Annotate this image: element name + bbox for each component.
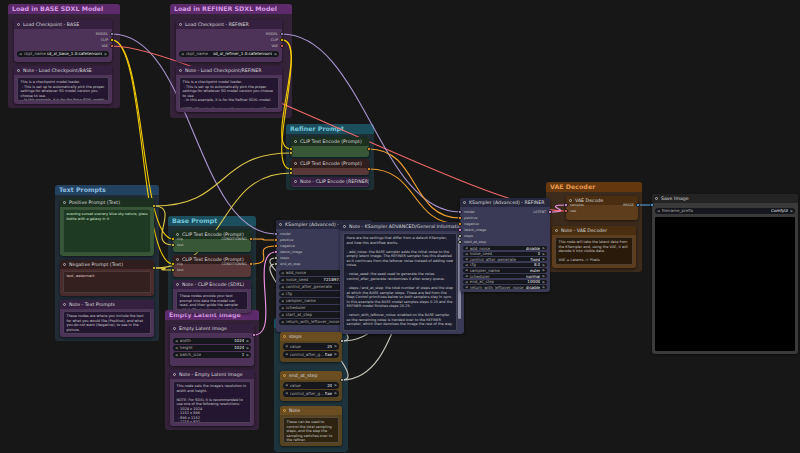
vae-decode-input-vae-port[interactable]	[564, 209, 568, 213]
note-load-checkpoint-refiner-header[interactable]: Note - Load Checkpoint/REFINER	[176, 66, 282, 75]
decrement-icon[interactable]: ◀	[465, 280, 468, 284]
load-checkpoint-base-output-MODEL-port[interactable]	[110, 32, 114, 36]
increment-icon[interactable]: ▶	[542, 246, 545, 250]
negative-prompt-textarea[interactable]: text, watermark	[63, 271, 151, 293]
clip-encode-refiner-negative-output-CONDITIONING-port[interactable]	[367, 167, 371, 171]
note-step-control-note-text[interactable]: These can be used to control the total s…	[283, 417, 339, 443]
ksampler-refiner-input-negative-port[interactable]	[458, 222, 462, 226]
group-title-vae-decoder[interactable]: VAE Decoder	[546, 182, 642, 192]
ksampler-base-input-end_at_step-port[interactable]	[274, 262, 278, 266]
ksampler-refiner-widget-value[interactable]: euler	[530, 268, 540, 272]
decrement-icon[interactable]: ◀	[465, 274, 468, 278]
steps-primitive-collapse-icon[interactable]	[283, 335, 286, 338]
note-load-checkpoint-base-note-text[interactable]: This is a checkpoint model loader. - Thi…	[17, 77, 109, 101]
decrement-icon[interactable]: ◀	[281, 313, 284, 317]
load-checkpoint-base-widget-value[interactable]: sd_xl_base_1.0.safetensors	[47, 51, 103, 56]
node-empty-latent-image[interactable]: Empty Latent Image◀width1024▶◀height1024…	[170, 324, 254, 366]
ksampler-refiner-input-positive-port[interactable]	[458, 216, 462, 220]
save-image-header[interactable]: Save Image	[652, 194, 798, 203]
ksampler-refiner-output-LATENT-port[interactable]	[548, 210, 552, 214]
load-checkpoint-refiner-widget-ckpt_name[interactable]: ◀ckpt_namesd_xl_refiner_1.0.safetensors▶	[179, 51, 279, 57]
node-note-load-checkpoint-base[interactable]: Note - Load Checkpoint/BASEThis is a che…	[14, 66, 112, 104]
ksampler-refiner-widget-value[interactable]: 8.0	[534, 263, 541, 267]
increment-icon[interactable]: ▶	[542, 280, 545, 284]
ksampler-refiner-widget-value[interactable]: 0	[538, 252, 541, 256]
decrement-icon[interactable]: ◀	[281, 299, 284, 303]
note-step-control-collapse-icon[interactable]	[283, 409, 286, 412]
negative-prompt-collapse-icon[interactable]	[63, 263, 66, 266]
clip-encode-refiner-negative-collapse-icon[interactable]	[294, 162, 297, 165]
increment-icon[interactable]: ▶	[274, 52, 277, 56]
graph-canvas[interactable]: Load in BASE SDXL ModelLoad in REFINER S…	[0, 0, 800, 453]
increment-icon[interactable]: ▶	[542, 285, 545, 289]
clip-encode-refiner-positive-input-text-port[interactable]	[289, 151, 293, 155]
ksampler-base-input-latent_image-port[interactable]	[274, 250, 278, 254]
positive-prompt-header[interactable]: Positive Prompt (Text)	[60, 198, 154, 207]
decrement-icon[interactable]: ◀	[657, 209, 660, 213]
empty-latent-image-widget-width[interactable]: ◀width1024▶	[173, 338, 251, 344]
node-steps-primitive[interactable]: steps◀value25▶◀control_after_generatefix…	[280, 332, 342, 362]
clip-encode-refiner-negative-input-text-port[interactable]	[289, 171, 293, 175]
note-empty-latent-image-collapse-icon[interactable]	[173, 373, 176, 376]
group-title-load-base[interactable]: Load in BASE SDXL Model	[8, 4, 120, 14]
decrement-icon[interactable]: ◀	[281, 292, 284, 296]
end-at-step-primitive-widget-control_after_generate[interactable]: ◀control_after_generatefixed▶	[283, 390, 339, 397]
ksampler-refiner-header[interactable]: KSampler (Advanced) - REFINER	[460, 198, 550, 207]
positive-prompt-textarea[interactable]: evening sunset scenery blue sky nature, …	[63, 209, 151, 253]
increment-icon[interactable]: ▶	[334, 391, 337, 395]
load-checkpoint-base-collapse-icon[interactable]	[17, 23, 20, 26]
node-note-text-prompts[interactable]: Note - Text PromptsThese nodes are where…	[60, 300, 154, 337]
ksampler-refiner-input-latent_image-port[interactable]	[458, 228, 462, 232]
load-checkpoint-refiner-output-MODEL-port[interactable]	[280, 32, 284, 36]
note-load-checkpoint-refiner-collapse-icon[interactable]	[179, 69, 182, 72]
decrement-icon[interactable]: ◀	[281, 278, 284, 282]
increment-icon[interactable]: ▶	[104, 52, 107, 56]
ksampler-refiner-widget-value[interactable]: disable	[526, 285, 541, 289]
node-end-at-step-primitive[interactable]: end_at_step◀value20▶◀control_after_gener…	[280, 371, 342, 401]
decrement-icon[interactable]: ◀	[285, 391, 288, 395]
decrement-icon[interactable]: ◀	[285, 352, 288, 356]
steps-primitive-output-INT-port[interactable]	[340, 339, 344, 343]
ksampler-refiner-widget-value[interactable]: fixed	[530, 257, 540, 261]
node-save-image[interactable]: Save Image◀filename_prefixComfyUI▶	[652, 194, 798, 354]
node-ksampler-refiner[interactable]: KSampler (Advanced) - REFINER◀add_noised…	[460, 198, 550, 292]
vae-decode-output-IMAGE-port[interactable]	[636, 203, 640, 207]
steps-primitive-widget-control_after_generate[interactable]: ◀control_after_generatefixed▶	[283, 351, 339, 358]
load-checkpoint-refiner-header[interactable]: Load Checkpoint - REFINER	[176, 20, 282, 29]
empty-latent-image-header[interactable]: Empty Latent Image	[170, 324, 254, 333]
decrement-icon[interactable]: ◀	[281, 285, 284, 289]
node-load-checkpoint-refiner[interactable]: Load Checkpoint - REFINER◀ckpt_namesd_xl…	[176, 20, 282, 62]
decrement-icon[interactable]: ◀	[19, 52, 22, 56]
save-image-widget-filename_prefix[interactable]: ◀filename_prefixComfyUI▶	[655, 208, 795, 214]
node-vae-decode[interactable]: VAE DecodesamplesvaeIMAGE	[566, 196, 638, 220]
decrement-icon[interactable]: ◀	[281, 271, 284, 275]
empty-latent-image-widget-value[interactable]: 1024	[234, 345, 244, 350]
node-note-step-control[interactable]: NoteThese can be used to control the tot…	[280, 406, 342, 446]
ksampler-refiner-widget-cfg[interactable]: ◀cfg8.0▶	[463, 263, 547, 267]
vae-decode-collapse-icon[interactable]	[569, 199, 572, 202]
note-vae-decoder-header[interactable]: Note - VAE Decoder	[552, 226, 636, 235]
ksampler-refiner-widget-control_after_generate[interactable]: ◀control_after_generatefixed▶	[463, 257, 547, 261]
note-empty-latent-image-note-text[interactable]: This node sets the image's resolution in…	[173, 381, 251, 423]
node-clip-encode-refiner-negative[interactable]: CLIP Text Encode (Prompt)	[291, 159, 369, 175]
decrement-icon[interactable]: ◀	[465, 285, 468, 289]
note-load-checkpoint-refiner-note-text[interactable]: This is a checkpoint model loader. - Thi…	[179, 77, 279, 109]
end-at-step-primitive-header[interactable]: end_at_step	[280, 371, 342, 380]
increment-icon[interactable]: ▶	[542, 252, 545, 256]
steps-primitive-widget-value[interactable]: fixed	[325, 352, 333, 357]
vae-decode-input-samples-port[interactable]	[564, 203, 568, 207]
note-vae-decoder-collapse-icon[interactable]	[555, 229, 558, 232]
node-note-clip-encode-refiner[interactable]: Note - CLIP Encode (REFINER)	[291, 177, 369, 187]
save-image-widget-value[interactable]: ComfyUI	[771, 208, 788, 213]
ksampler-refiner-input-start_at_step-port[interactable]	[458, 240, 462, 244]
empty-latent-image-widget-value[interactable]: 1024	[234, 338, 244, 343]
positive-prompt-collapse-icon[interactable]	[63, 201, 66, 204]
ksampler-refiner-widget-sampler_name[interactable]: ◀sampler_nameeuler▶	[463, 268, 547, 272]
node-note-clip-encode-sdxl[interactable]: Note - CLIP Encode (SDXL)These nodes enc…	[173, 280, 251, 313]
save-image-collapse-icon[interactable]	[655, 197, 658, 200]
ksampler-base-input-negative-port[interactable]	[274, 244, 278, 248]
note-ksampler-advanced-collapse-icon[interactable]	[343, 225, 346, 228]
clip-encode-base-positive-input-text-port[interactable]	[171, 243, 175, 247]
load-checkpoint-refiner-collapse-icon[interactable]	[179, 23, 182, 26]
decrement-icon[interactable]: ◀	[175, 353, 178, 357]
